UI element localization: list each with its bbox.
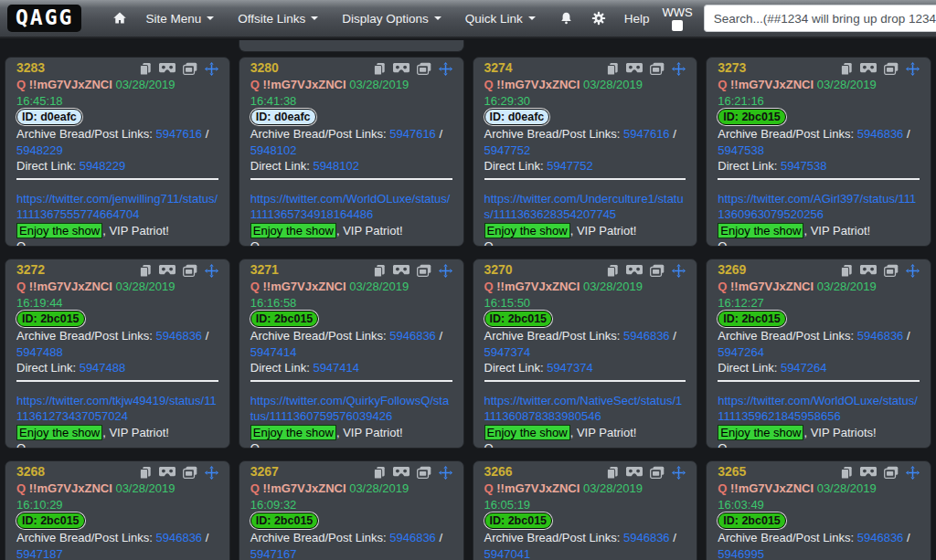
archive-post-link[interactable]: 5947488	[16, 345, 63, 359]
archive-bread-link[interactable]: 5946836	[623, 329, 670, 343]
direct-link[interactable]: 5947414	[313, 361, 359, 375]
copy-icon[interactable]	[606, 466, 619, 480]
vr-goggles-icon[interactable]	[393, 63, 410, 74]
menu-quick-link[interactable]: Quick Link	[465, 12, 536, 26]
menu-offsite-links[interactable]: Offsite Links	[238, 12, 318, 26]
copy-icon[interactable]	[840, 466, 853, 480]
copy-icon[interactable]	[139, 466, 152, 480]
archive-post-link[interactable]: 5947264	[718, 345, 764, 359]
archive-post-link[interactable]: 5947187	[16, 547, 63, 560]
vr-goggles-icon[interactable]	[860, 467, 877, 478]
settings-button[interactable]	[591, 11, 606, 26]
vr-goggles-icon[interactable]	[393, 265, 410, 276]
home-link[interactable]	[112, 11, 127, 26]
tweet-link[interactable]: https://twitter.com/NativeSect/status/11…	[484, 393, 686, 425]
copy-icon[interactable]	[139, 62, 152, 76]
archive-bread-link[interactable]: 5946836	[155, 329, 202, 343]
direct-link[interactable]: 5948229	[80, 159, 126, 173]
image-copy-icon[interactable]	[183, 466, 197, 479]
archive-bread-link[interactable]: 5946836	[389, 531, 436, 544]
vr-goggles-icon[interactable]	[159, 467, 176, 478]
tweet-link[interactable]: https://twitter.com/jenwilling711/status…	[16, 191, 218, 223]
tweet-link[interactable]: https://twitter.com/QuirkyFollowsQ/statu…	[250, 393, 452, 425]
archive-bread-link[interactable]: 5946836	[155, 531, 202, 544]
site-logo[interactable]: QAGG	[7, 5, 81, 32]
archive-bread-link[interactable]: 5947616	[389, 127, 436, 141]
image-copy-icon[interactable]	[183, 264, 197, 277]
image-copy-icon[interactable]	[417, 62, 431, 75]
direct-link[interactable]: 5947538	[781, 159, 827, 173]
archive-bread-link[interactable]: 5946836	[389, 329, 436, 343]
direct-link[interactable]: 5947488	[80, 361, 126, 375]
vr-goggles-icon[interactable]	[860, 265, 877, 276]
move-icon[interactable]	[906, 62, 920, 76]
tweet-link[interactable]: https://twitter.com/Underculture1/status…	[484, 191, 686, 223]
archive-bread-link[interactable]: 5947616	[155, 127, 202, 141]
menu-display-options[interactable]: Display Options	[342, 12, 441, 26]
tweet-link[interactable]: https://twitter.com/tkjw49419/status/111…	[16, 393, 218, 425]
move-icon[interactable]	[672, 264, 686, 278]
tweet-link[interactable]: https://twitter.com/WorldOLuxe/status/11…	[718, 393, 920, 425]
menu-site-menu[interactable]: Site Menu	[145, 12, 214, 26]
move-icon[interactable]	[205, 62, 218, 76]
copy-icon[interactable]	[373, 62, 386, 76]
vr-goggles-icon[interactable]	[626, 63, 643, 74]
archive-post-link[interactable]: 5946995	[718, 547, 764, 560]
notifications-button[interactable]	[559, 11, 573, 26]
archive-bread-link[interactable]: 5946836	[623, 531, 670, 544]
copy-icon[interactable]	[139, 264, 152, 278]
direct-link[interactable]: 5947752	[547, 159, 593, 173]
copy-icon[interactable]	[606, 62, 619, 76]
archive-bread-link[interactable]: 5947616	[623, 127, 670, 141]
copy-icon[interactable]	[840, 62, 853, 76]
image-copy-icon[interactable]	[884, 466, 899, 479]
image-copy-icon[interactable]	[650, 264, 665, 277]
move-icon[interactable]	[439, 62, 452, 76]
image-copy-icon[interactable]	[650, 466, 665, 479]
vr-goggles-icon[interactable]	[393, 467, 410, 478]
vr-goggles-icon[interactable]	[626, 265, 643, 276]
archive-bread-link[interactable]: 5946836	[857, 127, 904, 141]
move-icon[interactable]	[906, 264, 920, 278]
archive-post-link[interactable]: 5947538	[718, 143, 764, 157]
archive-bread-link[interactable]: 5946836	[857, 531, 904, 544]
wws-checkbox[interactable]	[672, 20, 683, 31]
image-copy-icon[interactable]	[183, 62, 197, 75]
archive-post-link[interactable]: 5947752	[484, 143, 531, 157]
move-icon[interactable]	[205, 264, 218, 278]
archive-post-link[interactable]: 5948229	[16, 143, 63, 157]
image-copy-icon[interactable]	[417, 264, 431, 277]
archive-bread-link[interactable]: 5946836	[857, 329, 904, 343]
move-icon[interactable]	[672, 466, 686, 480]
vr-goggles-icon[interactable]	[159, 63, 176, 74]
archive-post-link[interactable]: 5947414	[250, 345, 297, 359]
wws-toggle[interactable]: WWS	[663, 6, 693, 31]
move-icon[interactable]	[439, 466, 452, 480]
archive-post-link[interactable]: 5947167	[250, 547, 297, 560]
move-icon[interactable]	[439, 264, 452, 278]
copy-icon[interactable]	[373, 466, 386, 480]
image-copy-icon[interactable]	[884, 62, 899, 75]
direct-link[interactable]: 5947264	[781, 361, 827, 375]
image-copy-icon[interactable]	[650, 62, 665, 75]
tweet-link[interactable]: https://twitter.com/AGirl397/status/1111…	[718, 191, 920, 223]
move-icon[interactable]	[205, 466, 218, 480]
help-link[interactable]: Help	[624, 12, 650, 26]
tweet-link[interactable]: https://twitter.com/WorldOLuxe/status/11…	[250, 191, 452, 223]
image-copy-icon[interactable]	[884, 264, 899, 277]
vr-goggles-icon[interactable]	[626, 467, 643, 478]
copy-icon[interactable]	[840, 264, 853, 278]
move-icon[interactable]	[672, 62, 686, 76]
archive-post-link[interactable]: 5947374	[484, 345, 531, 359]
direct-link[interactable]: 5948102	[313, 159, 359, 173]
search-input[interactable]	[704, 5, 936, 32]
image-copy-icon[interactable]	[417, 466, 431, 479]
move-icon[interactable]	[906, 466, 920, 480]
copy-icon[interactable]	[606, 264, 619, 278]
copy-icon[interactable]	[373, 264, 386, 278]
vr-goggles-icon[interactable]	[860, 63, 877, 74]
vr-goggles-icon[interactable]	[159, 265, 176, 276]
direct-link[interactable]: 5947374	[547, 361, 593, 375]
archive-post-link[interactable]: 5948102	[250, 143, 297, 157]
archive-post-link[interactable]: 5947041	[484, 547, 531, 560]
